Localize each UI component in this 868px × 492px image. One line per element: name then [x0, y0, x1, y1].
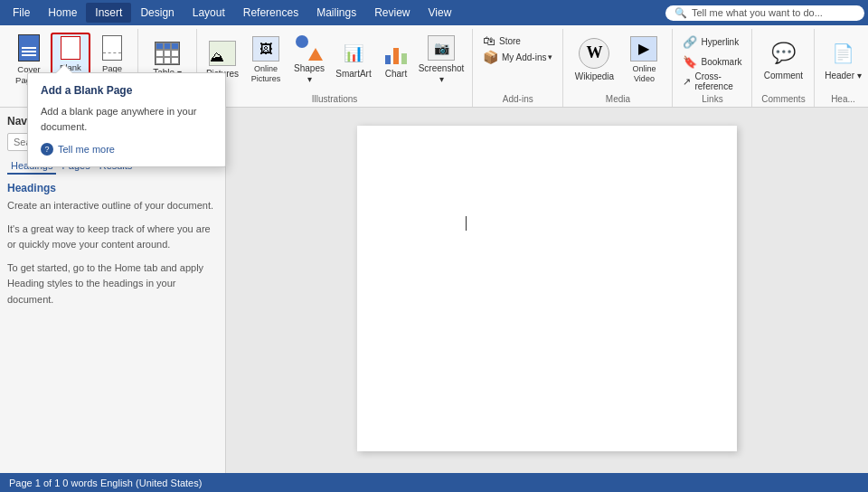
tell-me-input[interactable]: 🔍 Tell me what you want to do... — [665, 5, 864, 21]
menu-layout[interactable]: Layout — [184, 3, 234, 23]
text-cursor — [466, 216, 467, 231]
links-group-label: Links — [678, 92, 746, 107]
smartart-label: SmartArt — [335, 69, 371, 80]
online-pictures-button[interactable]: 🖼 OnlinePictures — [244, 33, 288, 87]
tooltip-description: Add a blank page anywhere in your docume… — [41, 104, 212, 134]
bookmark-label: Bookmark — [701, 57, 741, 67]
addins-items: 🛍 Store 📦 My Add-ins ▾ — [478, 29, 557, 92]
status-bar: Page 1 of 1 0 words English (United Stat… — [0, 473, 868, 492]
store-label: Store — [499, 36, 521, 46]
smartart-button[interactable]: 📊 SmartArt — [331, 33, 376, 87]
store-button[interactable]: 🛍 Store — [478, 33, 525, 49]
header-items: 📄 Header ▾ — [820, 29, 865, 92]
online-pictures-label: OnlinePictures — [251, 64, 281, 84]
ribbon-group-media: W Wikipedia ▶ OnlineVideo Media — [563, 29, 673, 107]
wikipedia-label: Wikipedia — [575, 71, 614, 82]
media-items: W Wikipedia ▶ OnlineVideo — [569, 29, 666, 92]
my-addins-dropdown: ▾ — [548, 52, 552, 62]
tooltip-popup: Add a Blank Page Add a blank page anywhe… — [27, 72, 226, 167]
menu-home[interactable]: Home — [39, 3, 86, 23]
my-addins-label: My Add-ins — [502, 52, 546, 62]
hyperlink-icon: 🔗 — [683, 35, 697, 49]
cross-reference-button[interactable]: ↗ Cross-reference — [678, 72, 737, 90]
nav-heading: Headings — [7, 182, 218, 194]
nav-text-line3: To get started, go to the Home tab and a… — [7, 260, 218, 308]
store-icon: 🛍 — [483, 33, 495, 48]
hyperlink-label: Hyperlink — [701, 37, 739, 47]
hyperlink-button[interactable]: 🔗 Hyperlink — [678, 33, 743, 51]
screenshot-label: Screenshot ▾ — [418, 63, 465, 85]
ribbon-group-addins: 🛍 Store 📦 My Add-ins ▾ Add-ins — [473, 29, 563, 107]
bookmark-icon: 🔖 — [683, 55, 697, 69]
ribbon-group-header: 📄 Header ▾ Hea... — [815, 29, 868, 107]
document-area — [226, 108, 868, 473]
menu-bar: File Home Insert Design Layout Reference… — [0, 0, 868, 25]
media-group-label: Media — [569, 92, 666, 107]
ribbon-group-comments: 💬 Comment Comments — [752, 29, 815, 107]
links-items: 🔗 Hyperlink 🔖 Bookmark ↗ Cross-reference — [678, 29, 746, 92]
screenshot-button[interactable]: 📷 Screenshot ▾ — [416, 33, 467, 87]
ribbon-group-illustrations: ⛰ Pictures 🖼 OnlinePictures Shapes ▾ 📊 — [197, 29, 473, 107]
comments-items: 💬 Comment — [758, 29, 808, 92]
my-addins-button[interactable]: 📦 My Add-ins ▾ — [478, 49, 557, 65]
shapes-button[interactable]: Shapes ▾ — [289, 33, 329, 87]
help-icon: ? — [41, 143, 53, 156]
tooltip-link-text: Tell me more — [58, 144, 115, 155]
tooltip-link[interactable]: ? Tell me more — [41, 143, 212, 156]
header-button[interactable]: 📄 Header ▾ — [820, 33, 865, 87]
menu-references[interactable]: References — [234, 3, 307, 23]
document-page[interactable] — [357, 126, 737, 451]
menu-insert[interactable]: Insert — [86, 3, 131, 23]
cross-reference-label: Cross-reference — [694, 71, 732, 91]
chart-label: Chart — [385, 69, 407, 80]
illustrations-items: ⛰ Pictures 🖼 OnlinePictures Shapes ▾ 📊 — [203, 29, 467, 92]
menu-design[interactable]: Design — [131, 3, 183, 23]
comment-button[interactable]: 💬 Comment — [758, 33, 808, 87]
tooltip-title: Add a Blank Page — [41, 84, 212, 97]
comment-label: Comment — [764, 71, 803, 81]
header-label: Header ▾ — [825, 71, 862, 81]
crossref-icon: ↗ — [683, 76, 691, 88]
shapes-label: Shapes ▾ — [291, 63, 327, 85]
menu-mailings[interactable]: Mailings — [307, 3, 365, 23]
addins-icon: 📦 — [483, 50, 498, 64]
comments-group-label: Comments — [758, 92, 808, 107]
tell-me-placeholder: Tell me what you want to do... — [692, 7, 823, 18]
nav-text-line1: Create an interactive outline of your do… — [7, 198, 218, 214]
illustrations-group-label: Illustrations — [203, 92, 467, 107]
status-text: Page 1 of 1 0 words English (United Stat… — [9, 478, 202, 488]
menu-view[interactable]: View — [420, 3, 461, 23]
menu-file[interactable]: File — [4, 3, 39, 23]
addins-group-label: Add-ins — [478, 92, 557, 107]
header-group-label: Hea... — [820, 92, 865, 107]
search-icon: 🔍 — [675, 7, 687, 19]
online-video-label: OnlineVideo — [632, 64, 656, 84]
bookmark-button[interactable]: 🔖 Bookmark — [678, 52, 746, 71]
nav-description: Create an interactive outline of your do… — [7, 198, 218, 308]
wikipedia-button[interactable]: W Wikipedia — [569, 33, 619, 87]
menu-review[interactable]: Review — [365, 3, 419, 23]
chart-button[interactable]: Chart — [378, 33, 414, 87]
online-video-button[interactable]: ▶ OnlineVideo — [621, 33, 666, 87]
ribbon-group-links: 🔗 Hyperlink 🔖 Bookmark ↗ Cross-reference… — [673, 29, 752, 107]
nav-text-line2: It's a great way to keep track of where … — [7, 222, 218, 253]
